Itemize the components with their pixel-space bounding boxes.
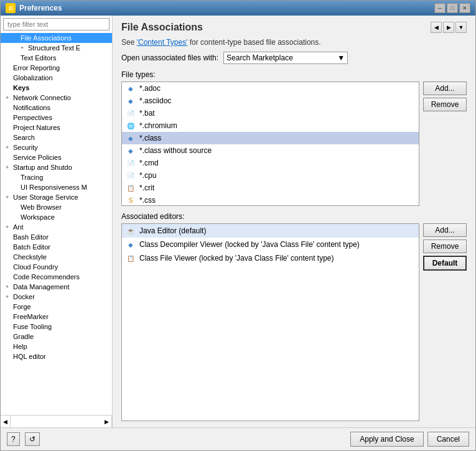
filter-input[interactable] xyxy=(3,18,110,30)
nav-menu-button[interactable]: ▼ xyxy=(455,22,467,33)
assoc-item-java-editor[interactable]: ☕ Java Editor (default) xyxy=(122,224,419,238)
add-editor-button[interactable]: Add... xyxy=(423,223,467,237)
remove-file-type-button[interactable]: Remove xyxy=(423,98,467,111)
sidebar-scroll-right[interactable]: ▶ xyxy=(102,416,112,427)
add-file-type-button[interactable]: Add... xyxy=(423,81,467,95)
file-type-name: *.asciidoc xyxy=(139,96,171,105)
expand-icon: + xyxy=(6,224,12,230)
assoc-btn-group: Add... Remove Default xyxy=(423,223,467,421)
sidebar-item-notifications[interactable]: Notifications xyxy=(1,103,112,113)
sidebar-item-code-recommenders[interactable]: Code Recommenders xyxy=(1,272,112,282)
restore-button[interactable]: ↺ xyxy=(25,432,40,446)
list-item[interactable]: ◆ *.class without source xyxy=(122,144,419,157)
sidebar-label: User Storage Service xyxy=(13,193,78,201)
sidebar-item-checkstyle[interactable]: Checkstyle xyxy=(1,252,112,262)
sidebar-item-bash-editor[interactable]: Bash Editor xyxy=(1,232,112,242)
sidebar-item-help[interactable]: Help xyxy=(1,342,112,351)
list-item[interactable]: 📋 *.crit xyxy=(122,182,419,194)
assoc-item-classfile-viewer[interactable]: 📋 Class File Viewer (locked by 'Java Cla… xyxy=(122,251,419,265)
list-item[interactable]: 🌐 *.chromium xyxy=(122,119,419,132)
file-type-name: *.cpu xyxy=(139,171,156,180)
classfile-viewer-icon: 📋 xyxy=(126,253,136,263)
sidebar: File Associations + Structured Text E Te… xyxy=(1,16,113,427)
file-types-section: ◆ *.adoc ◆ *.asciidoc 📄 *.bat 🌐 xyxy=(121,81,467,206)
help-button[interactable]: ? xyxy=(7,432,20,446)
window-title: Preferences xyxy=(19,4,62,12)
file-icon: 📋 xyxy=(126,183,136,193)
sidebar-item-batch-editor[interactable]: Batch Editor xyxy=(1,242,112,252)
sidebar-item-forge[interactable]: Forge xyxy=(1,302,112,312)
file-types-list[interactable]: ◆ *.adoc ◆ *.asciidoc 📄 *.bat 🌐 xyxy=(121,81,419,206)
description: See 'Content Types' for content-type bas… xyxy=(121,38,467,47)
file-icon: 📄 xyxy=(126,158,136,168)
sidebar-label: Forge xyxy=(13,303,31,310)
list-item-class[interactable]: ◆ *.class xyxy=(122,132,419,144)
sidebar-label: Bash Editor xyxy=(13,233,49,241)
sidebar-item-cloud-foundry[interactable]: Cloud Foundry xyxy=(1,262,112,272)
sidebar-label: Gradle xyxy=(13,333,34,340)
open-unassociated-dropdown[interactable]: Search Marketplace ▼ xyxy=(223,52,348,64)
sidebar-item-fuse-tooling[interactable]: Fuse Tooling xyxy=(1,322,112,332)
associated-editors-listbox[interactable]: ☕ Java Editor (default) ◆ Class Decompil… xyxy=(121,223,419,421)
list-item[interactable]: 📄 *.bat xyxy=(122,107,419,119)
sidebar-item-user-storage[interactable]: + User Storage Service xyxy=(1,192,112,202)
sidebar-item-file-associations[interactable]: File Associations xyxy=(1,33,112,43)
list-item[interactable]: S *.css xyxy=(122,194,419,206)
sidebar-label: Globalization xyxy=(13,74,53,81)
sidebar-item-globalization[interactable]: Globalization xyxy=(1,73,112,83)
sidebar-label: Structured Text E xyxy=(28,44,80,52)
bottom-left: ? ↺ xyxy=(7,432,40,446)
java-editor-icon: ☕ xyxy=(126,226,136,236)
sidebar-item-data-management[interactable]: + Data Management xyxy=(1,282,112,292)
sidebar-item-text-editors[interactable]: Text Editors xyxy=(1,53,112,63)
list-item[interactable]: ◆ *.adoc xyxy=(122,82,419,95)
sidebar-label: Code Recommenders xyxy=(13,273,80,281)
sidebar-item-tracing[interactable]: Tracing xyxy=(1,172,112,182)
sidebar-item-web-browser[interactable]: Web Browser xyxy=(1,202,112,212)
assoc-item-name: Class File Viewer (locked by 'Java Class… xyxy=(139,254,334,263)
assoc-item-decompiler[interactable]: ◆ Class Decompiler Viewer (locked by 'Ja… xyxy=(122,238,419,251)
cancel-button[interactable]: Cancel xyxy=(427,432,469,447)
nav-forward-button[interactable]: ▶ xyxy=(443,22,454,33)
sidebar-scroll-left[interactable]: ◀ xyxy=(1,416,11,427)
tree-container: File Associations + Structured Text E Te… xyxy=(1,33,112,415)
nav-back-button[interactable]: ◀ xyxy=(431,22,442,33)
sidebar-item-gradle[interactable]: Gradle xyxy=(1,332,112,342)
sidebar-item-ant[interactable]: + Ant xyxy=(1,222,112,232)
sidebar-label: Network Connectio xyxy=(13,94,71,101)
sidebar-item-workspace[interactable]: Workspace xyxy=(1,212,112,222)
content-types-link[interactable]: 'Content Types' xyxy=(137,38,188,47)
minimize-button[interactable]: ─ xyxy=(434,3,446,13)
list-item[interactable]: 📄 *.cmd xyxy=(122,157,419,169)
sidebar-item-network-connections[interactable]: + Network Connectio xyxy=(1,93,112,103)
sidebar-item-hql-editor[interactable]: HQL editor xyxy=(1,351,112,361)
list-item[interactable]: ◆ *.asciidoc xyxy=(122,95,419,107)
dropdown-arrow-icon: ▼ xyxy=(337,53,345,62)
default-editor-button[interactable]: Default xyxy=(423,256,467,271)
panel-title: File Associations xyxy=(121,22,203,33)
apply-close-button[interactable]: Apply and Close xyxy=(350,432,423,447)
sidebar-item-startup-shutdown[interactable]: + Startup and Shutdo xyxy=(1,162,112,172)
sidebar-item-structured-text[interactable]: + Structured Text E xyxy=(1,43,112,53)
close-button[interactable]: ✕ xyxy=(459,3,470,13)
sidebar-item-perspectives[interactable]: Perspectives xyxy=(1,113,112,123)
sidebar-item-docker[interactable]: + Docker xyxy=(1,292,112,302)
sidebar-item-project-natures[interactable]: Project Natures xyxy=(1,123,112,133)
file-icon: ◆ xyxy=(126,83,136,93)
file-type-name: *.cmd xyxy=(139,159,159,167)
file-icon: S xyxy=(126,195,136,205)
sidebar-item-service-policies[interactable]: Service Policies xyxy=(1,152,112,162)
sidebar-item-ui-responsiveness[interactable]: UI Responsiveness M xyxy=(1,182,112,192)
sidebar-item-search[interactable]: Search xyxy=(1,133,112,142)
bottom-bar: ? ↺ Apply and Close Cancel xyxy=(1,427,475,450)
remove-editor-button[interactable]: Remove xyxy=(423,239,467,253)
associated-editors-label: Associated editors: xyxy=(121,212,467,221)
list-item[interactable]: 📄 *.cpu xyxy=(122,169,419,182)
sidebar-item-security[interactable]: + Security xyxy=(1,142,112,152)
sidebar-item-keys[interactable]: Keys xyxy=(1,83,112,93)
sidebar-label: Error Reporting xyxy=(13,64,60,72)
sidebar-label: Ant xyxy=(13,223,24,231)
maximize-button[interactable]: □ xyxy=(447,3,458,13)
sidebar-item-freemarker[interactable]: FreeMarker xyxy=(1,312,112,322)
sidebar-item-error-reporting[interactable]: Error Reporting xyxy=(1,63,112,73)
